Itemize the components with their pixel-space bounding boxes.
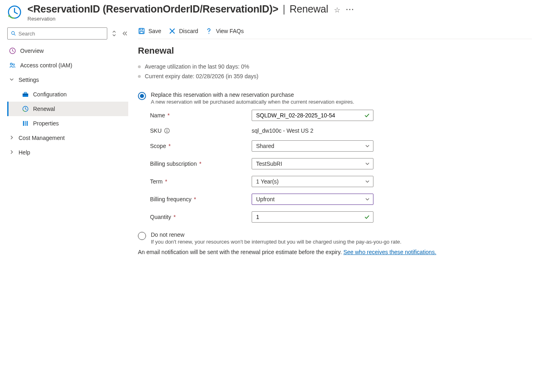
properties-icon <box>22 120 29 127</box>
radio-do-not-renew-desc: If you don't renew, your resources won't… <box>151 239 401 245</box>
search-input-wrapper[interactable] <box>7 27 107 40</box>
svg-line-2 <box>14 34 15 35</box>
svg-point-4 <box>10 63 13 65</box>
term-label: Term * <box>150 178 252 185</box>
svg-point-5 <box>13 64 15 65</box>
sidebar-item-label: Properties <box>33 120 59 127</box>
name-input[interactable] <box>256 112 369 119</box>
svg-rect-11 <box>25 121 26 126</box>
sidebar-group-help[interactable]: Help <box>7 145 128 160</box>
sidebar-item-label: Renewal <box>33 106 55 112</box>
chevron-down-icon <box>9 77 15 83</box>
svg-point-18 <box>167 129 167 130</box>
term-select[interactable]: 1 Year(s) <box>252 176 373 187</box>
sidebar-group-label: Help <box>19 149 30 156</box>
chevron-down-icon <box>365 144 370 148</box>
svg-rect-12 <box>27 121 28 126</box>
sku-value: sql_dw100c - West US 2 <box>252 127 313 134</box>
page-title: <ReservationID (ReservationOrderID/Reser… <box>27 3 328 15</box>
section-title: Renewal <box>138 46 532 56</box>
svg-point-16 <box>208 33 209 34</box>
radio-do-not-renew-label: Do not renew <box>151 231 401 238</box>
search-icon <box>11 31 16 36</box>
radio-replace[interactable] <box>138 92 146 100</box>
check-icon <box>364 113 370 118</box>
discard-button[interactable]: Discard <box>169 27 198 35</box>
clock-icon <box>9 47 16 54</box>
notifications-link[interactable]: See who receives these notifications. <box>343 249 436 255</box>
chevron-down-icon <box>365 161 370 166</box>
reservation-icon <box>7 5 22 19</box>
billing-subscription-select[interactable]: TestSubRI <box>252 158 373 169</box>
info-utilization: Average utilization in the last 90 days:… <box>138 62 532 71</box>
save-button[interactable]: Save <box>138 27 161 35</box>
quantity-input[interactable] <box>256 214 369 220</box>
sidebar-item-label: Overview <box>20 48 44 54</box>
billing-frequency-label: Billing frequency * <box>150 196 252 202</box>
quantity-input-wrapper[interactable] <box>252 211 373 223</box>
sidebar-item-configuration[interactable]: Configuration <box>7 87 128 102</box>
favorite-star-icon[interactable]: ☆ <box>334 6 340 15</box>
sku-label: SKU <box>150 127 252 134</box>
toolbox-icon <box>22 91 29 98</box>
name-label: Name * <box>150 112 252 119</box>
svg-rect-14 <box>140 29 143 30</box>
svg-rect-19 <box>167 130 167 132</box>
svg-rect-8 <box>24 92 27 94</box>
scope-label: Scope * <box>150 143 252 149</box>
sidebar-group-label: Cost Management <box>19 135 65 141</box>
help-icon <box>205 27 213 35</box>
sidebar-group-cost[interactable]: Cost Management <box>7 131 128 145</box>
sidebar-item-overview[interactable]: Overview <box>7 44 128 58</box>
chevron-down-icon <box>365 197 370 202</box>
svg-point-1 <box>12 31 15 34</box>
sidebar-item-label: Configuration <box>33 91 67 98</box>
renewal-icon <box>22 105 29 113</box>
bullet-icon <box>138 75 141 78</box>
chevron-down-icon <box>365 179 370 184</box>
radio-do-not-renew[interactable] <box>138 232 146 240</box>
svg-rect-15 <box>140 31 143 33</box>
collapse-panel-icon[interactable] <box>121 30 128 37</box>
sidebar-item-properties[interactable]: Properties <box>7 116 128 131</box>
page-subtitle: Reservation <box>27 16 533 22</box>
scope-select[interactable]: Shared <box>252 140 373 152</box>
svg-rect-10 <box>23 121 24 126</box>
sidebar-group-settings[interactable]: Settings <box>7 73 128 87</box>
radio-replace-label: Replace this reservation with a new rese… <box>151 92 354 98</box>
billing-frequency-select[interactable]: Upfront <box>252 194 373 205</box>
check-icon <box>364 214 370 220</box>
people-icon <box>9 62 16 69</box>
sidebar-item-iam[interactable]: Access control (IAM) <box>7 58 128 73</box>
info-expiry: Current expiry date: 02/28/2026 (in 359 … <box>138 71 532 81</box>
email-notification-note: An email notification will be sent with … <box>138 249 532 255</box>
more-menu-icon[interactable]: ··· <box>346 6 354 14</box>
chevron-right-icon <box>9 135 15 141</box>
close-icon <box>169 27 176 35</box>
sidebar-item-renewal[interactable]: Renewal <box>7 102 128 116</box>
save-icon <box>138 27 145 35</box>
expand-toggle-icon[interactable] <box>111 30 118 37</box>
info-icon[interactable] <box>164 128 170 133</box>
quantity-label: Quantity * <box>150 214 252 220</box>
bullet-icon <box>138 65 141 68</box>
radio-replace-desc: A new reservation will be purchased auto… <box>151 99 354 105</box>
sidebar-group-label: Settings <box>19 77 39 83</box>
billing-subscription-label: Billing subscription * <box>150 161 252 167</box>
search-input[interactable] <box>19 31 104 37</box>
chevron-right-icon <box>9 149 15 156</box>
view-faqs-button[interactable]: View FAQs <box>205 27 244 35</box>
sidebar-item-label: Access control (IAM) <box>20 62 72 69</box>
name-input-wrapper[interactable] <box>252 110 373 121</box>
